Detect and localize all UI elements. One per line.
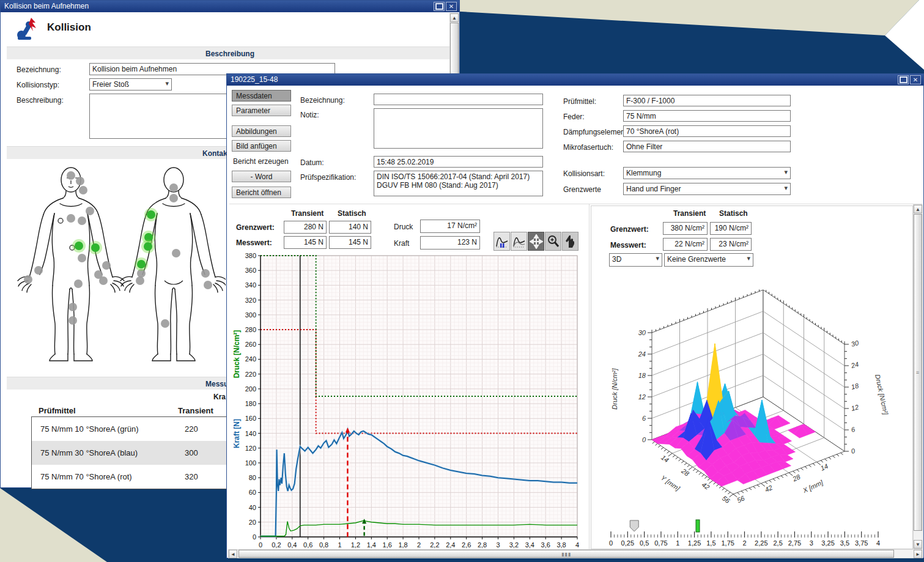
axis-tick-label: 6 [850,426,856,434]
contact-point-green [147,210,155,219]
nav-abbildungen[interactable]: Abbildungen [232,125,291,137]
mw-kollisionsart-select[interactable]: Klemmung ▾ [623,167,791,179]
mw-mikrofaser-input[interactable]: Ohne Filter [623,141,791,152]
force-statisch-header: Statisch [338,209,366,218]
mw-notiz-label: Notiz: [300,111,319,119]
kraft-value: 123 N [420,236,480,250]
dual-curves-icon[interactable] [511,232,527,251]
contact-point-dots[interactable] [24,171,212,328]
zoom-icon[interactable] [545,232,561,251]
scroll-right-icon[interactable]: ► [914,550,922,558]
chevron-down-icon: ▾ [165,79,169,87]
mw-pruefspez-box[interactable]: DIN ISO/TS 15066:2017-04 (Stand: April 2… [374,171,543,196]
mw-bezeichnung-input[interactable] [374,94,543,105]
slider-tick-label: 4 [876,539,880,547]
druck-value: 17 N/cm² [420,220,480,233]
kollisionstyp-label: Kollisionstyp: [17,81,59,89]
time-slider[interactable]: 00,250,50,7511,251,51,7522,252,52,7533,2… [604,519,891,549]
slider-handle[interactable] [630,520,638,531]
contact-point-gray [68,316,77,325]
mw-datum-input[interactable]: 15:48 25.02.2019 [374,156,543,168]
collision-titlebar[interactable]: Kollision beim Aufnehmen ✕ [1,1,459,12]
mw-grenzwerte-select[interactable]: Hand und Finger ▾ [623,183,791,195]
axis-tick-label: 42 [701,481,711,491]
axis-tick-label: 0 [642,436,646,443]
y-tick-label: 320 [245,297,256,304]
window-horizontal-scrollbar[interactable]: ◄ ▮▮▮ ► [228,549,923,558]
contact-point-gray [78,254,86,262]
mw-notiz-textarea[interactable] [374,108,543,149]
scrollbar-thumb[interactable] [450,23,459,75]
body-back-buttock-line [164,281,183,284]
mw-feder-input[interactable]: 75 N/mm [623,110,791,122]
x-tick-label: 0,6 [303,541,312,549]
slider-tick-label: 3,5 [840,539,849,547]
force-grenzwert-label: Grenzwert: [236,223,275,232]
close-icon[interactable]: ✕ [910,75,921,84]
ylabel-druck: Druck [N/cm²] [232,330,241,379]
contact-point-green [91,243,100,252]
pan-move-icon[interactable] [528,232,544,251]
slider-tick-label: 2,5 [773,539,782,547]
measurement-window-title: 190225_15-48 [231,75,278,84]
axis-tick-label: 18 [850,382,860,391]
y-tick-label: 200 [245,385,256,393]
scroll-up-icon[interactable]: ▲ [914,205,922,213]
bezeichnung-label: Bezeichnung: [17,65,61,74]
pressure-grenzwert-label: Grenzwert: [610,225,649,234]
nav-bild-anfuegen[interactable]: Bild anfügen [232,140,291,152]
contact-point-gray [169,194,178,202]
contact-point-gray [201,269,210,278]
contact-point-gray [169,183,178,192]
x-tick-label: 3,6 [541,541,550,549]
collision-window-title: Kollision beim Aufnehmen [4,2,89,10]
pressure-surface-chart[interactable]: 006612121818242430301428425614284256Druc… [591,264,912,520]
chevron-down-icon: ▾ [747,254,750,262]
x-tick-label: 2,4 [446,541,455,549]
y-tick-label: 60 [249,489,256,496]
x-tick-label: 0,2 [272,541,281,549]
scroll-left-icon[interactable]: ◄ [229,550,237,558]
contact-point-gray [74,279,83,288]
mw-kollisionsart-label: Kollisionsart: [563,169,605,178]
force-pressure-chart[interactable]: 0204060801001201401601802002202402602803… [231,250,586,549]
pressure-transient-header: Transient [673,209,706,218]
kollisionstyp-select[interactable]: Freier Stoß ▾ [89,78,172,91]
y-tick-label: 20 [249,519,256,526]
scroll-down-icon[interactable]: ▼ [914,540,922,549]
x-tick-label: 1,6 [383,541,392,549]
ylabel: Y [mm] [660,474,682,492]
axis-tick-label: 28 [680,467,691,478]
scrollbar-thumb[interactable]: ▮▮▮ [238,550,894,558]
mw-pruefspez-label: Prüfspezifikation: [300,173,356,182]
contact-point-gray [24,275,32,284]
nav-bericht-oeffnen[interactable]: Bericht öffnen [232,187,291,198]
slider-green-marker[interactable] [696,520,700,532]
maximize-icon[interactable] [434,2,445,11]
mw-pruefmittel-input[interactable]: F-300 / F-1000 [623,95,791,106]
kraft-column-header-partial: Kra [213,393,226,401]
y-tick-label: 260 [245,341,256,348]
measurement-titlebar[interactable]: 190225_15-48 ✕ [227,74,923,86]
x-tick-label: 0,8 [319,541,328,549]
scroll-up-icon[interactable]: ▲ [450,13,459,22]
slider-tick-label: 2,25 [755,539,767,547]
pressure-panel-scrollbar[interactable]: ▲ ≡ ▼ [913,204,923,549]
mw-mikrofaser-label: Mikrofasertuch: [563,143,613,152]
y-tick-label: 40 [249,504,256,511]
nav-word[interactable]: - Word [232,171,291,182]
y-tick-label: 140 [245,430,256,437]
axis-tick-label: 56 [721,494,732,505]
curve-pause-icon[interactable] [493,232,510,251]
body-contact-diagram[interactable] [8,160,226,375]
nav-bericht-erzeugen[interactable]: Bericht erzeugen [233,157,289,166]
hand-icon[interactable] [562,232,578,251]
scrollbar-thumb[interactable]: ≡ [914,214,922,531]
axis-tick-label: 12 [850,403,859,412]
nav-parameter[interactable]: Parameter [232,105,291,116]
close-icon[interactable]: ✕ [446,2,457,11]
mw-daempfung-input[interactable]: 70 °ShoreA (rot) [623,125,791,137]
nav-messdaten[interactable]: Messdaten [232,90,291,102]
contact-point-gray [172,249,180,257]
maximize-icon[interactable] [898,75,909,84]
